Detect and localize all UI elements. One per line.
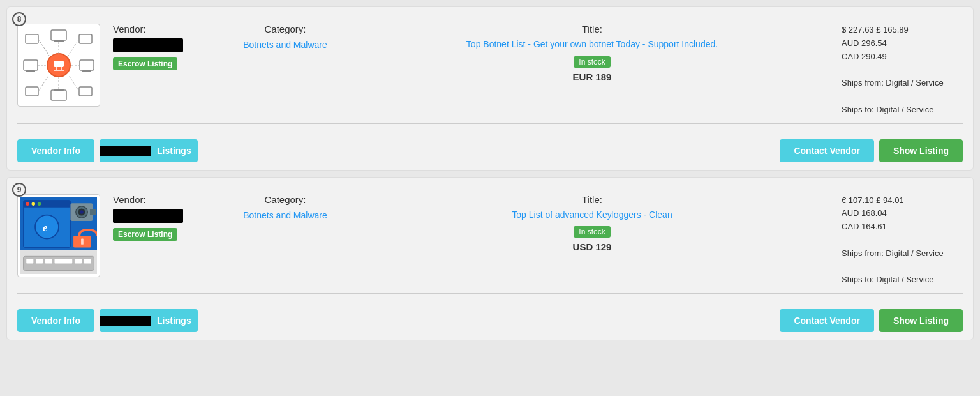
svg-point-32 [38,202,41,206]
title-value-9[interactable]: Top List of advanced Keyloggers - Clean [355,209,829,222]
ships-to-8: Ships to: Digital / Service [842,103,956,117]
card-body-9: e [17,194,963,287]
listing-image-8 [17,24,100,107]
vendor-section-8: Vendor: Escrow Listing [107,24,221,70]
listing-card-9: 9 e [6,177,974,341]
vendor-name-redacted-9 [113,209,183,223]
price-main-8: EUR 189 [355,72,829,82]
svg-point-46 [80,210,84,214]
svg-rect-47 [90,209,96,215]
category-value-8[interactable]: Botnets and Malware [228,40,343,50]
ships-from-9: Ships from: Digital / Service [842,247,956,261]
title-value-8[interactable]: Top Botnet List - Get your own botnet To… [355,38,829,51]
card-body-8: Vendor: Escrow Listing Category: Botnets… [17,24,963,117]
listings-text-9: Listings [151,316,198,326]
svg-rect-41 [75,259,82,263]
vendor-name-redacted-8 [113,38,183,52]
vendor-label-8: Vendor: [113,24,146,34]
card-footer-9: Vendor Info Listings Contact Vendor Show… [17,303,963,332]
category-section-8: Category: Botnets and Malware [221,24,349,50]
escrow-badge-8: Escrow Listing [113,57,177,70]
title-label-9: Title: [355,194,829,205]
svg-rect-42 [84,259,91,263]
category-label-9: Category: [228,194,343,205]
svg-text:e: e [43,221,47,233]
escrow-badge-9: Escrow Listing [113,228,177,241]
svg-rect-38 [36,259,43,263]
category-section-9: Category: Botnets and Malware [221,194,349,220]
svg-rect-29 [24,200,71,207]
show-listing-button-9[interactable]: Show Listing [879,309,963,332]
botnet-svg [20,27,97,103]
in-stock-badge-8: In stock [574,56,610,68]
footer-right-8: Contact Vendor Show Listing [780,139,963,162]
svg-point-30 [26,202,29,206]
listings-text-8: Listings [151,146,198,156]
svg-rect-16 [82,70,91,72]
listing-card-8: 8 [6,6,974,171]
vendor-label-9: Vendor: [113,194,146,205]
redacted-part-8 [100,146,151,156]
svg-rect-13 [26,70,35,72]
title-section-8: Title: Top Botnet List - Get your own bo… [349,24,835,82]
footer-left-8: Vendor Info Listings [17,139,198,162]
in-stock-badge-9: In stock [574,226,610,238]
footer-left-9: Vendor Info Listings [17,309,198,332]
keylogger-svg: e [20,197,97,274]
redacted-part-9 [100,316,151,326]
card-divider-9 [17,293,963,294]
contact-vendor-button-9[interactable]: Contact Vendor [780,309,873,332]
category-label-8: Category: [228,24,343,34]
title-label-8: Title: [355,24,829,34]
listings-button-9[interactable]: Listings [100,309,198,332]
show-listing-button-8[interactable]: Show Listing [879,139,963,162]
card-footer-8: Vendor Info Listings Contact Vendor Show… [17,133,963,162]
pricing-section-8: $ 227.63 £ 165.89 AUD 296.54 CAD 290.49 … [835,24,963,117]
price-main-9: USD 129 [355,241,829,252]
svg-rect-37 [26,259,33,263]
listings-button-8[interactable]: Listings [100,139,198,162]
vendor-info-button-8[interactable]: Vendor Info [17,139,94,162]
vendor-section-9: Vendor: Escrow Listing [107,194,221,241]
contact-vendor-button-8[interactable]: Contact Vendor [780,139,873,162]
svg-point-31 [32,202,36,206]
ships-to-9: Ships to: Digital / Service [842,273,956,287]
svg-rect-49 [81,238,84,244]
title-section-9: Title: Top List of advanced Keyloggers -… [349,194,835,253]
listing-number-9: 9 [12,183,26,197]
vendor-info-button-9[interactable]: Vendor Info [17,309,94,332]
svg-rect-39 [45,259,52,263]
pricing-section-9: € 107.10 £ 94.01 AUD 168.04 CAD 164.61 S… [835,194,963,287]
category-value-9[interactable]: Botnets and Malware [228,210,343,220]
svg-rect-10 [54,89,64,91]
price-conversions-9: € 107.10 £ 94.01 AUD 168.04 CAD 164.61 [842,194,956,234]
svg-rect-2 [54,61,64,67]
svg-rect-40 [55,259,73,263]
listing-number-8: 8 [12,12,26,26]
listing-image-9: e [17,194,100,277]
footer-right-9: Contact Vendor Show Listing [780,309,963,332]
svg-rect-7 [54,40,64,42]
card-divider-8 [17,123,963,124]
ships-from-8: Ships from: Digital / Service [842,77,956,90]
price-conversions-8: $ 227.63 £ 165.89 AUD 296.54 CAD 290.49 [842,24,956,63]
